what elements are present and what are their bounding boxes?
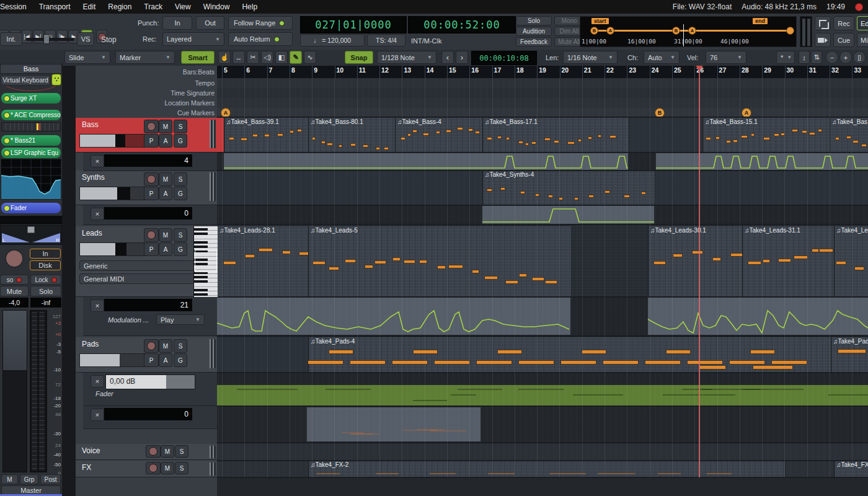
midi-note[interactable] (329, 267, 339, 270)
pads-fader-automation-band[interactable] (217, 385, 868, 406)
midi-note[interactable] (339, 145, 342, 147)
midi-note[interactable] (536, 194, 539, 196)
track-solo-button[interactable]: S (174, 228, 187, 242)
midi-note[interactable] (290, 131, 293, 133)
region[interactable]: ♫Take4_Bass-15.1 (702, 118, 831, 153)
midi-note[interactable] (224, 262, 236, 264)
midi-note[interactable] (312, 138, 315, 140)
midi-note[interactable] (259, 249, 272, 251)
midi-note[interactable] (376, 148, 379, 149)
midi-note[interactable] (365, 265, 373, 268)
midi-note[interactable] (855, 267, 864, 270)
midi-note[interactable] (393, 258, 401, 260)
track-solo-button[interactable]: S (174, 120, 187, 133)
midi-note[interactable] (414, 350, 437, 353)
midi-note[interactable] (624, 195, 629, 197)
midi-note[interactable] (532, 142, 536, 144)
midi-note[interactable] (561, 361, 596, 364)
midi-note[interactable] (408, 134, 410, 136)
midi-note[interactable] (449, 265, 463, 268)
track-rec-enable-button[interactable] (146, 445, 161, 458)
track-mute-button[interactable]: M (159, 172, 172, 186)
track-playlist-button[interactable]: P (144, 187, 159, 200)
midi-note[interactable] (779, 259, 790, 262)
playhead[interactable] (699, 66, 700, 477)
midi-note[interactable] (308, 361, 343, 364)
ruler-row-3[interactable] (217, 98, 868, 108)
midi-note[interactable] (436, 131, 440, 133)
automation-line[interactable] (217, 297, 868, 335)
midi-note[interactable] (699, 366, 725, 369)
region[interactable]: ♫Take4_Bass-17.1 (482, 118, 629, 153)
midi-note[interactable] (818, 130, 822, 131)
midi-note[interactable] (727, 141, 730, 143)
track-gain-fader[interactable] (79, 353, 145, 367)
track-group-button[interactable]: G (174, 242, 187, 256)
ruler-row-2[interactable] (217, 88, 868, 99)
automation-line[interactable] (217, 205, 868, 224)
ruler-row-1[interactable] (217, 78, 868, 89)
midi-note[interactable] (507, 138, 509, 140)
midi-note[interactable] (764, 138, 769, 140)
midi-note[interactable] (781, 133, 784, 135)
track-name[interactable]: FX (82, 463, 91, 472)
midi-note[interactable] (253, 135, 257, 136)
midi-note[interactable] (713, 258, 721, 260)
automation-value[interactable]: 0 (104, 207, 192, 219)
fader-automation-slider[interactable]: 0,00 dB (105, 374, 195, 389)
midi-note[interactable] (578, 140, 581, 141)
midi-note[interactable] (520, 274, 526, 277)
track-rec-enable-button[interactable] (144, 120, 159, 133)
midi-note[interactable] (748, 262, 761, 264)
midi-note[interactable] (654, 262, 665, 264)
midi-note[interactable] (642, 192, 645, 194)
region[interactable]: ♫Take4_FX- (834, 461, 868, 477)
track-solo-button[interactable]: S (175, 462, 188, 474)
midi-note[interactable] (519, 141, 523, 143)
track-name[interactable]: Pads (82, 340, 99, 348)
midi-note[interactable] (298, 130, 301, 131)
midi-note[interactable] (589, 195, 593, 197)
track-automation-button[interactable]: A (159, 242, 172, 256)
midi-note[interactable] (438, 266, 445, 268)
track-group-button[interactable]: G (174, 134, 187, 148)
track-row-voice[interactable] (217, 444, 868, 460)
automation-value[interactable]: 0 (104, 408, 192, 420)
midi-note[interactable] (742, 136, 746, 138)
piano-scroomer[interactable] (193, 226, 218, 297)
midi-note[interactable] (673, 254, 682, 257)
midi-note[interactable] (435, 361, 469, 364)
midi-note[interactable] (733, 140, 737, 142)
track-rec-enable-button[interactable] (146, 462, 161, 474)
midi-note[interactable] (810, 133, 815, 135)
track-gain-fader[interactable] (79, 187, 145, 200)
midi-note[interactable] (838, 350, 866, 353)
automation-lane-pads-fader[interactable] (217, 373, 868, 385)
automation-mode-dropdown[interactable]: Play▼ (156, 314, 205, 325)
midi-note[interactable] (313, 262, 325, 264)
track-header-voice[interactable]: VoiceMS (76, 444, 217, 460)
automation-header-pads[interactable]: ×0,00 dBFader (83, 373, 217, 406)
midi-note[interactable] (802, 131, 807, 133)
midi-note[interactable] (820, 249, 833, 252)
midi-note[interactable] (794, 256, 808, 259)
track-solo-button[interactable]: S (175, 445, 188, 458)
midi-note[interactable] (420, 260, 427, 263)
midi-note[interactable] (322, 141, 325, 143)
track-name[interactable]: Synths (82, 173, 105, 182)
region[interactable]: ♫Take4_Pad (831, 337, 868, 373)
midi-note[interactable] (246, 255, 254, 257)
midi-note[interactable] (853, 141, 857, 143)
midi-note[interactable] (477, 361, 512, 364)
region[interactable]: ♫Take4_Bass-80.1 (308, 118, 396, 153)
midi-note[interactable] (265, 135, 269, 136)
midi-note[interactable] (392, 361, 427, 364)
midi-note[interactable] (559, 198, 562, 200)
midi-note[interactable] (812, 249, 818, 252)
midi-note[interactable] (706, 138, 710, 140)
midi-note[interactable] (506, 281, 518, 283)
track-mute-button[interactable]: M (161, 445, 174, 458)
midi-note[interactable] (501, 188, 505, 190)
midi-note[interactable] (446, 130, 451, 132)
midi-note[interactable] (384, 148, 388, 149)
